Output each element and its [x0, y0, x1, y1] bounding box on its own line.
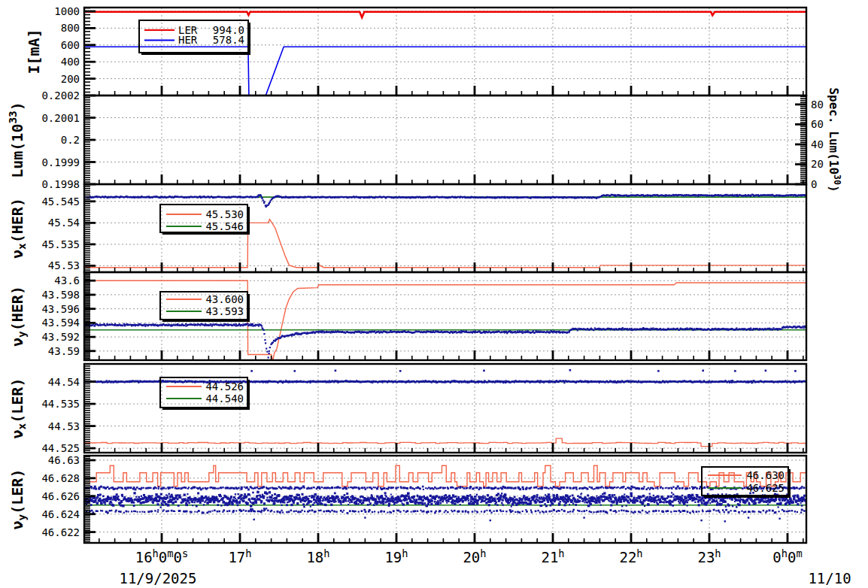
- y-tick-label: 46.624: [41, 508, 80, 520]
- y-tick-label: 0.2002: [41, 89, 80, 102]
- y-tick-label: 43.598: [41, 289, 80, 301]
- right-tick-label: 20: [811, 158, 824, 170]
- y-tick-label: 46.63: [48, 454, 80, 466]
- y-tick-label: 46.628: [41, 472, 80, 484]
- y-tick-label: 43.592: [41, 331, 80, 343]
- y-tick-label: 0.2: [61, 134, 80, 146]
- y-tick-label: 45.545: [41, 195, 80, 208]
- y-tick-label: 43.6: [54, 274, 80, 286]
- y-axis-label: I[mA]: [25, 29, 43, 74]
- legend-series-value: 46.630: [746, 469, 785, 481]
- legend-series-value: 44.540: [205, 393, 244, 405]
- x-tick-label: 16h0m0s: [135, 547, 189, 565]
- right-tick-label: 80: [811, 99, 824, 111]
- y-tick-label: 200: [61, 73, 80, 85]
- y-tick-label: 43.596: [41, 303, 80, 315]
- y-tick-label: 45.53: [48, 259, 80, 271]
- date-label-left: 11/9/2025: [119, 570, 196, 586]
- y-tick-label: 43.594: [41, 317, 80, 329]
- legend-series-value: 43.600: [205, 293, 244, 305]
- right-tick-label: 60: [811, 118, 824, 130]
- y-tick-label: 0.2001: [41, 112, 80, 124]
- y-tick-label: 46.626: [41, 490, 80, 502]
- legend-series-name: HER: [178, 34, 198, 46]
- right-tick-label: 0: [811, 178, 817, 190]
- y-tick-label: 400: [61, 56, 80, 68]
- y-tick-label: 44.525: [41, 442, 80, 454]
- y-tick-label: 0.1999: [41, 156, 80, 168]
- y-tick-label: 44.535: [41, 398, 80, 410]
- y-tick-label: 46.622: [41, 526, 80, 538]
- legend-series-value: 45.530: [205, 208, 244, 220]
- legend-series-value: 45.546: [205, 220, 244, 232]
- y-tick-label: 44.53: [48, 420, 80, 432]
- strip-chart: 2004006008001000I[mA]LER994.0HER578.40.1…: [0, 0, 868, 588]
- y-tick-label: 44.54: [48, 376, 80, 388]
- date-label-right: 11/10: [808, 570, 851, 586]
- y-tick-label: 600: [61, 39, 80, 51]
- y-tick-label: 1000: [54, 5, 80, 17]
- y-tick-label: 43.59: [48, 345, 80, 357]
- y-tick-label: 800: [61, 22, 80, 34]
- legend-series-value: 44.526: [205, 380, 244, 393]
- legend-series-value: 578.4: [213, 34, 244, 46]
- legend-series-value: 43.593: [205, 305, 244, 317]
- y-tick-label: 0.1998: [41, 178, 80, 190]
- y-tick-label: 45.535: [41, 238, 80, 250]
- legend-series-value: 46.625: [746, 482, 785, 494]
- tune-history-figure: 2004006008001000I[mA]LER994.0HER578.40.1…: [0, 0, 868, 588]
- right-tick-label: 40: [811, 138, 824, 150]
- y-tick-label: 45.54: [48, 217, 80, 229]
